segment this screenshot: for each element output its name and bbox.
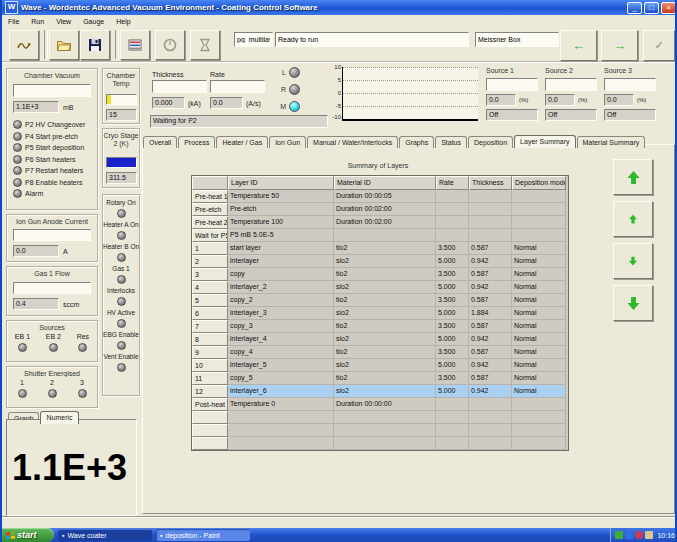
task-list: ▪ Wave coater ▪ deposition - Paint (54, 529, 250, 541)
move-up-button[interactable] (613, 201, 653, 237)
source-power-value: 0.0 (486, 94, 516, 106)
rate-cell (436, 398, 469, 411)
table-row[interactable] (192, 411, 568, 424)
row-header-cell: 12 (192, 385, 228, 398)
view-tab[interactable]: Numeric (40, 411, 78, 424)
material-id-cell: sio2 (334, 281, 436, 294)
open-recipe-button[interactable] (49, 30, 79, 60)
table-row[interactable]: 7 copy_3 tio2 3.500 0.587 Normal (192, 320, 568, 333)
system-led-icon (117, 341, 126, 350)
move-down-button[interactable] (613, 243, 653, 279)
table-row[interactable]: 11 copy_5 tio2 3.500 0.587 Normal (192, 372, 568, 385)
open-folder-icon (56, 37, 72, 53)
table-row[interactable]: 1 start layer tio2 3.500 0.587 Normal (192, 242, 568, 255)
run-process-button[interactable] (155, 30, 185, 60)
main-tab[interactable]: Process (178, 136, 215, 148)
row-header-cell: Pre-etch (192, 203, 228, 216)
status-led-item: P5 Start deposition (13, 143, 85, 152)
thickness-cell (469, 411, 512, 424)
table-row[interactable]: 8 interlayer_4 sio2 5.000 0.942 Normal (192, 333, 568, 346)
table-row[interactable]: Pre-heat 1 Temperature 50 Duration 00:00… (192, 190, 568, 203)
table-row[interactable]: 6 interlayer_3 sio2 5.000 1.884 Normal (192, 307, 568, 320)
abort-process-button[interactable] (190, 30, 220, 60)
main-tab[interactable]: Heater / Gas (216, 136, 268, 148)
rate-cell: 3.500 (436, 320, 469, 333)
tray-icon[interactable] (615, 531, 623, 539)
status-led-item: Alarm (13, 189, 85, 198)
hourglass-icon (197, 37, 213, 53)
menu-item[interactable]: File (2, 18, 25, 25)
mode-cell: Normal (512, 372, 566, 385)
main-tab[interactable]: Overall (143, 136, 177, 148)
tray-icon[interactable] (625, 531, 633, 539)
thickness-cell (469, 437, 512, 450)
previous-step-button[interactable]: ← (560, 30, 597, 61)
main-tab[interactable]: Manual / Water/Interlocks (307, 136, 398, 148)
accept-button[interactable]: ✓ (643, 30, 675, 61)
gas1-flow-unit: sccm (63, 300, 79, 309)
thickness-value: 0.000 (152, 97, 185, 109)
table-row[interactable]: Post-heat Temperature 0 Duration 00:00:0… (192, 398, 568, 411)
main-tab[interactable]: Status (435, 136, 467, 148)
layer-table[interactable]: Layer ID Material ID Rate Thickness Depo… (191, 175, 569, 451)
taskbar-task[interactable]: ▪ Wave coater (58, 529, 152, 541)
ion-gun-group: Ion Gun Anode Current 0.0 A (6, 214, 98, 262)
connect-button[interactable] (9, 30, 39, 60)
table-row[interactable] (192, 437, 568, 450)
source-power-bar (604, 78, 656, 91)
title-bar[interactable]: W Wave - Wordentec Advanced Vacuum Envir… (2, 0, 677, 15)
table-row[interactable]: Pre-heat 2 Temperature 100 Duration 00:0… (192, 216, 568, 229)
layer-summary-panel: Summary of Layers Layer ID Material ID R… (142, 144, 675, 514)
move-bottom-button[interactable] (613, 285, 653, 321)
xtal-led-label: M (278, 103, 286, 110)
circle-icon (162, 37, 178, 53)
close-button[interactable]: × (661, 2, 676, 14)
table-row[interactable]: Wait for P5 P5 mB 5.0E-5 (192, 229, 568, 242)
source-state-field: Off (545, 109, 597, 121)
table-row[interactable]: Pre-etch Pre-etch Duration 00:02:00 (192, 203, 568, 216)
thickness-cell (469, 398, 512, 411)
system-led-item: Vent Enable (103, 353, 139, 375)
system-led-icon (117, 275, 126, 284)
layer-id-cell: copy_5 (228, 372, 334, 385)
main-tab[interactable]: Graphs (399, 136, 434, 148)
start-button[interactable]: start (2, 528, 54, 542)
table-row[interactable]: 3 copy tio2 3.500 0.587 Normal (192, 268, 568, 281)
table-row[interactable]: 4 interlayer_2 sio2 5.000 0.942 Normal (192, 281, 568, 294)
run-status-field[interactable] (275, 32, 469, 47)
edit-layers-button[interactable] (120, 30, 150, 60)
chamber-temp-value: 15 (106, 109, 137, 121)
maximize-button[interactable]: □ (644, 2, 659, 14)
sources-led-row: EB 1 EB 2 Res (7, 332, 97, 352)
main-tab[interactable]: Ion Gun (269, 136, 306, 148)
table-row[interactable]: 2 interlayer sio2 5.000 0.942 Normal (192, 255, 568, 268)
row-header-cell: 8 (192, 333, 228, 346)
menu-item[interactable]: Help (110, 18, 136, 25)
tray-icon[interactable] (645, 531, 653, 539)
recipe-name-field[interactable] (234, 32, 273, 47)
window-title: Wave - Wordentec Advanced Vacuum Environ… (21, 3, 625, 12)
system-led-item: Heater B On (103, 243, 139, 265)
table-row[interactable] (192, 424, 568, 437)
main-tab[interactable]: Layer Summary (514, 135, 575, 148)
menu-item[interactable]: View (50, 18, 77, 25)
save-button[interactable] (80, 30, 110, 60)
next-step-button[interactable]: → (601, 30, 638, 61)
menu-item[interactable]: Run (25, 18, 50, 25)
tray-icon[interactable] (635, 531, 643, 539)
table-row[interactable]: 12 interlayer_6 sio2 5.000 0.942 Normal (192, 385, 568, 398)
thickness-cell: 0.587 (469, 294, 512, 307)
menu-item[interactable]: Gauge (77, 18, 110, 25)
table-row[interactable]: 5 copy_2 tio2 3.500 0.587 Normal (192, 294, 568, 307)
status-led-icon (13, 143, 22, 152)
meissner-trap-field[interactable] (475, 32, 559, 47)
minimize-button[interactable]: _ (627, 2, 642, 14)
table-row[interactable]: 9 copy_4 tio2 3.500 0.587 Normal (192, 346, 568, 359)
main-tab[interactable]: Material Summary (577, 136, 646, 148)
taskbar-task[interactable]: ▪ deposition - Paint (156, 529, 250, 541)
move-top-button[interactable] (613, 159, 653, 195)
ion-gun-title: Ion Gun Anode Current (7, 215, 97, 225)
thickness-cell (469, 216, 512, 229)
main-tab[interactable]: Deposition (468, 136, 513, 148)
table-row[interactable]: 10 interlayer_5 sio2 5.000 0.942 Normal (192, 359, 568, 372)
